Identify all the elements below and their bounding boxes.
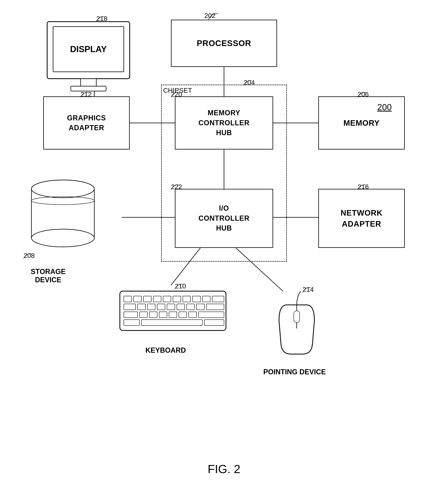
keyboard-svg [118, 285, 236, 340]
svg-rect-26 [153, 296, 161, 302]
svg-rect-37 [167, 304, 175, 310]
svg-rect-34 [137, 304, 145, 310]
svg-rect-27 [163, 296, 171, 302]
svg-rect-24 [134, 296, 142, 302]
svg-rect-44 [149, 312, 157, 318]
pointing-device-svg [275, 289, 322, 360]
svg-rect-28 [173, 296, 181, 302]
ref-arrow-204 [236, 78, 255, 88]
memory-box: MEMORY [318, 96, 405, 149]
io-controller-hub-box: I/O CONTROLLER HUB [175, 189, 273, 248]
pointing-device-label: POINTING DEVICE [263, 368, 326, 376]
display-svg: DISPLAY [35, 20, 153, 98]
ref-arrow-216 [350, 182, 369, 192]
ref-arrow-206 [350, 89, 369, 99]
graphics-adapter-box: GRAPHICS ADAPTER [43, 96, 130, 149]
memory-controller-hub-box: MEMORY CONTROLLER HUB [175, 96, 273, 149]
ref-arrow-220 [163, 89, 183, 99]
svg-rect-52 [204, 320, 224, 325]
svg-rect-14 [71, 86, 106, 91]
diagram-container: PROCESSOR 202 CHIPSET 204 MEMORY CONTROL… [0, 0, 448, 490]
svg-rect-49 [198, 312, 224, 318]
svg-rect-40 [196, 304, 204, 310]
ref-arrow-214 [295, 285, 314, 295]
svg-point-20 [31, 180, 94, 198]
svg-text:DISPLAY: DISPLAY [70, 44, 107, 54]
figure-caption: FIG. 2 [185, 462, 263, 476]
svg-rect-33 [124, 304, 135, 310]
svg-rect-48 [189, 312, 196, 318]
svg-rect-30 [193, 296, 200, 302]
svg-rect-35 [147, 304, 155, 310]
svg-rect-36 [157, 304, 165, 310]
svg-rect-31 [202, 296, 210, 302]
svg-rect-43 [140, 312, 147, 318]
ref-arrow-208 [16, 251, 35, 261]
svg-rect-54 [294, 311, 300, 323]
storage-device-svg [20, 177, 118, 263]
svg-rect-45 [159, 312, 167, 318]
svg-rect-29 [183, 296, 191, 302]
svg-rect-42 [124, 312, 137, 318]
ref-arrow-202 [196, 11, 220, 23]
svg-point-19 [31, 229, 94, 247]
svg-rect-13 [81, 79, 96, 87]
storage-device-label: STORAGE DEVICE [23, 268, 74, 284]
svg-rect-32 [212, 296, 224, 302]
ref-arrow-210 [167, 281, 187, 291]
keyboard-label: KEYBOARD [145, 346, 186, 354]
svg-rect-50 [124, 320, 140, 325]
svg-rect-38 [177, 304, 185, 310]
svg-rect-41 [206, 304, 224, 310]
ref-arrow-222 [163, 182, 183, 192]
svg-rect-46 [169, 312, 177, 318]
ref-arrow-218 [88, 14, 108, 24]
svg-rect-25 [144, 296, 151, 302]
svg-rect-51 [142, 320, 202, 325]
svg-rect-23 [124, 296, 132, 302]
svg-rect-39 [187, 304, 194, 310]
ref-200: 200 [377, 102, 392, 112]
svg-rect-47 [179, 312, 187, 318]
processor-box: PROCESSOR [171, 20, 277, 67]
network-adapter-box: NETWORK ADAPTER [318, 189, 405, 248]
